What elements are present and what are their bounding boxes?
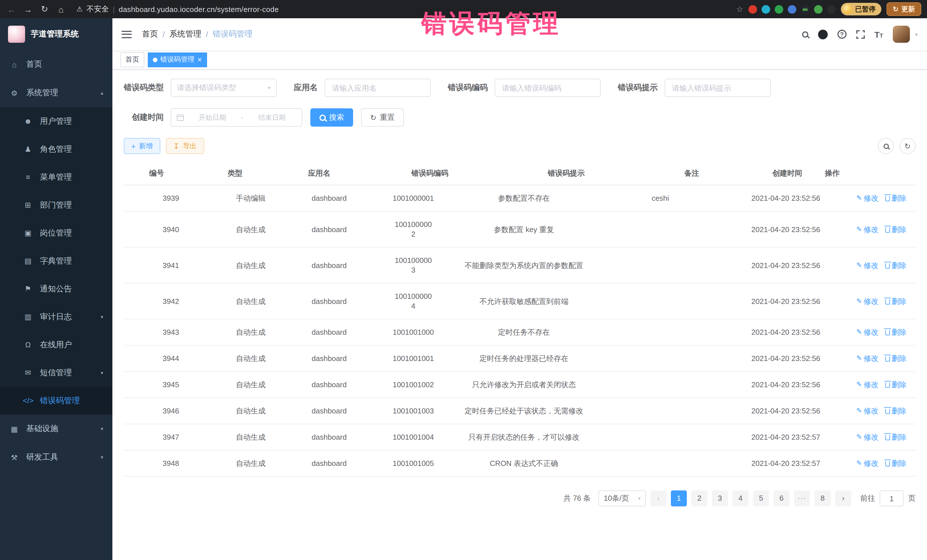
edit-link[interactable]: ✎ 修改 (856, 458, 878, 468)
sidebar-item[interactable]: ♟ 角色管理 (0, 135, 112, 163)
search-icon[interactable] (802, 31, 808, 37)
extension-icon[interactable] (827, 5, 836, 14)
show-search-button[interactable] (878, 138, 894, 154)
edit-link-label: 修改 (864, 354, 878, 363)
app-name-input[interactable] (325, 79, 431, 97)
delete-link[interactable]: 删除 (885, 458, 906, 468)
next-page-button[interactable]: › (835, 490, 851, 506)
bookmark-star-icon[interactable]: ☆ (736, 5, 743, 14)
page-number-button[interactable]: ··· (794, 490, 810, 506)
error-code-input[interactable] (495, 79, 601, 97)
goto-page-input[interactable] (880, 490, 904, 506)
home-button[interactable]: ⌂ (55, 4, 67, 14)
extension-icon[interactable] (748, 5, 757, 14)
error-msg-input[interactable] (664, 79, 771, 97)
cell-message: CRON 表达式不正确 (452, 451, 596, 476)
sidebar-item[interactable]: ⚒ 研发工具 ▾ (0, 443, 112, 472)
sidebar-item[interactable]: ✉ 短信管理 ▾ (0, 359, 112, 387)
sidebar-item[interactable]: ≡ 菜单管理 (0, 163, 112, 191)
toolbar-right: ↻ (878, 138, 916, 154)
delete-link[interactable]: 删除 (885, 406, 906, 416)
sidebar-item[interactable]: ▣ 岗位管理 (0, 219, 112, 247)
font-size-icon[interactable] (874, 30, 883, 38)
sidebar-item[interactable]: ☻ 用户管理 (0, 107, 112, 135)
edit-link[interactable]: ✎ 修改 (856, 406, 878, 416)
extension-icon[interactable] (775, 5, 783, 14)
edit-link[interactable]: ✎ 修改 (856, 380, 878, 390)
github-icon[interactable] (818, 29, 827, 39)
address-bar[interactable]: ⚠ 不安全 | dashboard.yudao.iocoder.cn/syste… (72, 4, 731, 14)
page-size-select[interactable]: 10条/页 ▾ (599, 490, 646, 506)
user-avatar[interactable] (893, 26, 910, 43)
cell-id: 3939 (124, 185, 218, 211)
page-number-button[interactable]: 5 (753, 490, 769, 506)
prev-page-button[interactable]: ‹ (650, 490, 666, 506)
reload-button[interactable]: ↻ (39, 4, 50, 14)
extension-icon[interactable]: on (801, 5, 810, 14)
breadcrumb-item[interactable]: 错误码管理 (213, 29, 253, 39)
sidebar-item[interactable]: ▦ 基础设施 ▾ (0, 414, 112, 443)
extension-icon[interactable] (761, 5, 770, 14)
edit-link[interactable]: ✎ 修改 (856, 354, 878, 363)
error-type-select[interactable]: 请选择错误码类型 ▾ (170, 79, 277, 97)
reset-button[interactable]: ↻ 重置 (361, 108, 404, 127)
breadcrumb-item[interactable]: 系统管理 (169, 29, 201, 39)
help-icon[interactable] (837, 30, 846, 39)
hamburger-icon[interactable] (122, 30, 132, 38)
sidebar-item[interactable]: ⚙ 系统管理 ▴ (0, 79, 112, 107)
breadcrumb-item[interactable]: 首页 (142, 29, 158, 39)
edit-link[interactable]: ✎ 修改 (856, 260, 878, 270)
date-range-picker[interactable]: 开始日期 - 结束日期 (170, 108, 302, 127)
page-number-button[interactable]: 2 (691, 490, 707, 506)
export-button[interactable]: ↧ 导出 (166, 138, 204, 154)
sidebar-item[interactable]: ⊞ 部门管理 (0, 191, 112, 219)
back-button[interactable]: ← (6, 4, 17, 14)
cell-id: 3944 (124, 346, 218, 371)
page-number-button[interactable]: 8 (815, 490, 831, 506)
delete-link-label: 删除 (892, 193, 906, 203)
cell-code: 100100000 4 (375, 284, 452, 319)
delete-link[interactable]: 删除 (885, 380, 906, 390)
sidebar-item[interactable]: ▥ 审计日志 ▾ (0, 303, 112, 331)
menu-list-icon: ≡ (23, 173, 33, 181)
sidebar-item[interactable]: ⚑ 通知公告 (0, 275, 112, 303)
delete-link[interactable]: 删除 (885, 432, 906, 442)
sidebar-item[interactable]: ▤ 字典管理 (0, 247, 112, 275)
paused-badge[interactable]: 已暂停 (841, 3, 881, 15)
edit-link[interactable]: ✎ 修改 (856, 296, 878, 306)
page-number-button[interactable]: 6 (774, 490, 790, 506)
delete-link[interactable]: 删除 (885, 354, 906, 363)
cell-time: 2021-04-20 23:52:57 (725, 424, 847, 450)
page-number-button[interactable]: 3 (712, 490, 728, 506)
add-button[interactable]: + 新增 (124, 138, 160, 154)
edit-link[interactable]: ✎ 修改 (856, 225, 878, 234)
forward-button[interactable]: → (22, 4, 33, 14)
tag-item[interactable]: 错误码管理 × (148, 52, 207, 67)
delete-link[interactable]: 删除 (885, 260, 906, 270)
extension-icon[interactable] (814, 5, 823, 14)
delete-link[interactable]: 删除 (885, 193, 906, 203)
sidebar-item[interactable]: ⌂ 首页 (0, 50, 112, 79)
delete-link[interactable]: 删除 (885, 225, 906, 234)
sidebar-item[interactable]: </> 错误码管理 (0, 387, 112, 414)
close-icon[interactable]: × (198, 56, 202, 63)
menu-item-label: 通知公告 (40, 284, 72, 294)
fullscreen-icon[interactable] (856, 30, 865, 38)
page-number-button[interactable]: 1 (671, 490, 687, 506)
sidebar-item[interactable]: Ω 在线用户 (0, 331, 112, 359)
edit-link[interactable]: ✎ 修改 (856, 432, 878, 442)
page-number-button[interactable]: 4 (732, 490, 748, 506)
chevron-down-icon[interactable]: ▾ (915, 31, 918, 37)
app-logo-row[interactable]: 芋道管理系统 (0, 18, 112, 50)
update-button[interactable]: ↻ 更新 (886, 2, 921, 16)
table-row: 3942 自动生成 dashboard 100100000 4 不允许获取敏感配… (124, 284, 916, 319)
edit-link[interactable]: ✎ 修改 (856, 193, 878, 203)
delete-link-label: 删除 (892, 380, 906, 390)
extension-icon[interactable] (788, 5, 796, 14)
refresh-table-button[interactable]: ↻ (900, 138, 916, 154)
delete-link[interactable]: 删除 (885, 327, 906, 337)
delete-link[interactable]: 删除 (885, 296, 906, 306)
tag-item[interactable]: 首页 (120, 52, 144, 67)
search-button[interactable]: 搜索 (310, 108, 353, 127)
edit-link[interactable]: ✎ 修改 (856, 327, 878, 337)
